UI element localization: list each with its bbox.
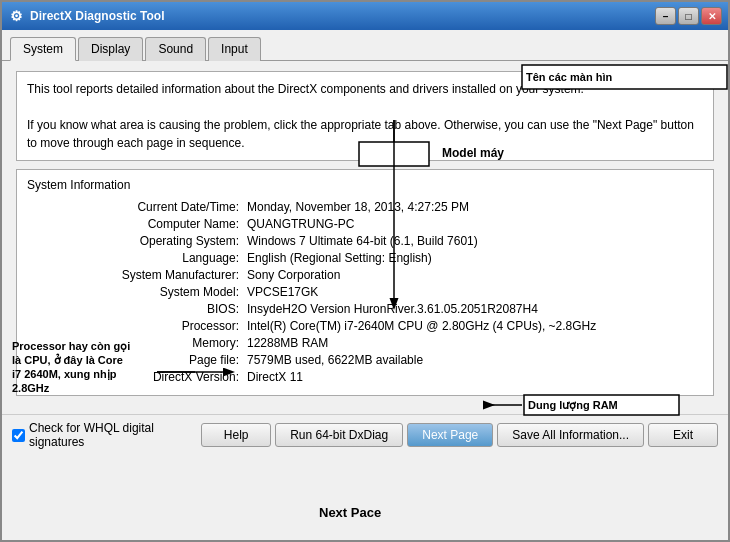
value-memory: 12288MB RAM <box>247 336 703 350</box>
whql-label: Check for WHQL digital signatures <box>29 421 197 449</box>
tab-display[interactable]: Display <box>78 37 143 61</box>
maximize-button[interactable]: □ <box>678 7 699 25</box>
label-computername: Computer Name: <box>27 217 247 231</box>
help-button[interactable]: Help <box>201 423 271 447</box>
table-row: Processor: Intel(R) Core(TM) i7-2640M CP… <box>27 319 703 333</box>
table-row: Operating System: Windows 7 Ultimate 64-… <box>27 234 703 248</box>
table-row: BIOS: InsydeH2O Version HuronRiver.3.61.… <box>27 302 703 316</box>
tab-input[interactable]: Input <box>208 37 261 61</box>
tab-bar: System Display Sound Input <box>2 30 728 61</box>
table-row: Page file: 7579MB used, 6622MB available <box>27 353 703 367</box>
label-pagefile: Page file: <box>27 353 247 367</box>
table-row: Computer Name: QUANGTRUNG-PC <box>27 217 703 231</box>
content-area: This tool reports detailed information a… <box>2 61 728 414</box>
value-model: VPCSE17GK <box>247 285 703 299</box>
next-page-button[interactable]: Next Page <box>407 423 493 447</box>
table-row: DirectX Version: DirectX 11 <box>27 370 703 384</box>
label-directx: DirectX Version: <box>27 370 247 384</box>
value-computername: QUANGTRUNG-PC <box>247 217 703 231</box>
value-directx: DirectX 11 <box>247 370 703 384</box>
exit-button[interactable]: Exit <box>648 423 718 447</box>
system-info-section: System Information Current Date/Time: Mo… <box>16 169 714 396</box>
value-datetime: Monday, November 18, 2013, 4:27:25 PM <box>247 200 703 214</box>
section-title: System Information <box>27 178 703 192</box>
window-title: DirectX Diagnostic Tool <box>30 9 655 23</box>
label-bios: BIOS: <box>27 302 247 316</box>
description-text-1: This tool reports detailed information a… <box>27 82 584 96</box>
label-datetime: Current Date/Time: <box>27 200 247 214</box>
value-os: Windows 7 Ultimate 64-bit (6.1, Build 76… <box>247 234 703 248</box>
value-language: English (Regional Setting: English) <box>247 251 703 265</box>
minimize-button[interactable]: – <box>655 7 676 25</box>
tab-sound[interactable]: Sound <box>145 37 206 61</box>
table-row: Memory: 12288MB RAM <box>27 336 703 350</box>
close-button[interactable]: ✕ <box>701 7 722 25</box>
label-manufacturer: System Manufacturer: <box>27 268 247 282</box>
svg-text:Next Pace: Next Pace <box>319 505 381 520</box>
value-processor: Intel(R) Core(TM) i7-2640M CPU @ 2.80GHz… <box>247 319 703 333</box>
table-row: System Manufacturer: Sony Corporation <box>27 268 703 282</box>
table-row: Current Date/Time: Monday, November 18, … <box>27 200 703 214</box>
run64-button[interactable]: Run 64-bit DxDiag <box>275 423 403 447</box>
tab-system[interactable]: System <box>10 37 76 61</box>
value-pagefile: 7579MB used, 6622MB available <box>247 353 703 367</box>
checkbox-area: Check for WHQL digital signatures <box>12 421 197 449</box>
info-table: Current Date/Time: Monday, November 18, … <box>27 200 703 384</box>
value-manufacturer: Sony Corporation <box>247 268 703 282</box>
description-text-2: If you know what area is causing the pro… <box>27 118 694 150</box>
label-memory: Memory: <box>27 336 247 350</box>
value-bios: InsydeH2O Version HuronRiver.3.61.05.205… <box>247 302 703 316</box>
whql-checkbox[interactable] <box>12 429 25 442</box>
label-language: Language: <box>27 251 247 265</box>
label-os: Operating System: <box>27 234 247 248</box>
title-bar: ⚙ DirectX Diagnostic Tool – □ ✕ <box>2 2 728 30</box>
save-all-button[interactable]: Save All Information... <box>497 423 644 447</box>
label-model: System Model: <box>27 285 247 299</box>
table-row: Language: English (Regional Setting: Eng… <box>27 251 703 265</box>
app-icon: ⚙ <box>8 8 24 24</box>
title-bar-controls: – □ ✕ <box>655 7 722 25</box>
table-row: System Model: VPCSE17GK <box>27 285 703 299</box>
label-processor: Processor: <box>27 319 247 333</box>
bottom-bar: Check for WHQL digital signatures Help R… <box>2 414 728 455</box>
description-box: This tool reports detailed information a… <box>16 71 714 161</box>
